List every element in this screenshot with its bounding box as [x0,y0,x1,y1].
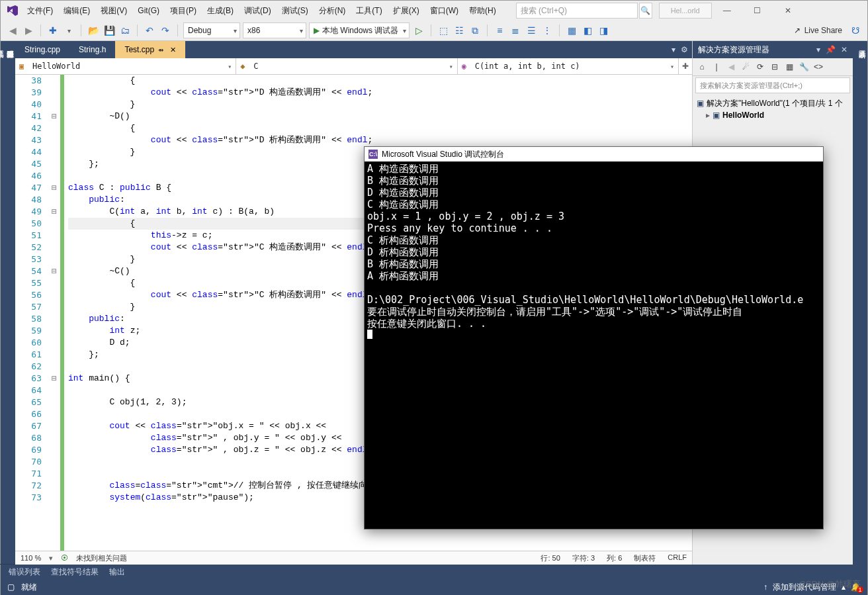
editor-tab[interactable]: Test.cpp⇴✕ [115,41,185,58]
menu-item[interactable]: 测试(S) [277,3,314,18]
tb-icon-a[interactable]: ⬚ [437,24,450,37]
caret-line: 行: 50 [541,553,560,563]
zoom-level[interactable]: 110 % [21,554,41,562]
maximize-button[interactable]: ☐ [742,1,773,21]
sol-sync-icon[interactable]: ☄ [740,62,751,71]
menu-item[interactable]: 项目(P) [165,3,202,18]
nav-class[interactable]: ◆C [236,58,457,74]
tb-icon-h[interactable]: ▦ [565,24,578,37]
bottom-tool-tabs: 错误列表 查找符号结果 输出 [1,565,867,579]
menu-item[interactable]: 窗口(W) [425,3,464,18]
start-debug-button[interactable]: ▶本地 Windows 调试器 [309,23,410,38]
tb-icon-b[interactable]: ☷ [453,24,466,37]
tab-error-list[interactable]: 错误列表 [9,567,40,578]
menu-item[interactable]: 扩展(X) [388,3,425,18]
nav-bar: ▣HelloWorld ◆C ◉C(int a, int b, int c) ✚ [15,58,692,75]
watermark: CSDN @韩曙亮 [799,578,861,590]
console-icon: C:\ [369,150,378,159]
start-nodebug-icon[interactable]: ▷ [412,24,425,37]
solution-project[interactable]: ▸▣HelloWorld [697,109,849,121]
solution-root[interactable]: ▣解决方案"HelloWorld"(1 个项目/共 1 个 [697,97,849,109]
check-icon: ⦿ [61,554,68,562]
tb-icon-d[interactable]: ≡ [493,24,506,37]
new-file-drop-icon[interactable]: ▾ [62,24,75,37]
vs-logo-icon [6,3,21,18]
scm-up-icon: ↑ [763,582,767,592]
solution-toolbar: ⌂| ◀ ☄ ⟳ ⊟ ▦ 🔧 <> [693,58,853,76]
project-icon: ▣ [713,111,720,120]
open-icon[interactable]: 📂 [87,24,100,37]
save-icon[interactable]: 💾 [103,24,116,37]
forward-icon[interactable]: ▶ [22,24,35,37]
editor-tab[interactable]: String.h [69,41,115,58]
side-server-explorer[interactable]: 服务器资源管理器 [5,41,15,565]
undo-icon[interactable]: ↶ [143,24,156,37]
indent-mode: 制表符 [634,553,656,563]
tb-icon-c[interactable]: ⧉ [468,24,482,37]
console-output: A 构造函数调用 B 构造函数调用 D 构造函数调用 C 构造函数调用 obj.… [365,161,823,343]
play-icon: ▶ [314,26,320,35]
live-share-icon: ↗ [794,26,801,35]
back-icon[interactable]: ◀ [6,24,19,37]
console-titlebar[interactable]: C:\ Microsoft Visual Studio 调试控制台 [365,147,823,161]
debug-console-window[interactable]: C:\ Microsoft Visual Studio 调试控制台 A 构造函数… [364,146,824,529]
nav-func[interactable]: ◉C(int a, int b, int c) [458,58,679,74]
feedback-icon[interactable]: ☋ [849,24,862,37]
left-side-tabs: 服务器资源管理器 工具箱 [1,41,15,565]
toolbar: ◀ ▶ ✚ ▾ 📂 💾 🗂 ↶ ↷ Debug x86 ▶本地 Windows … [1,21,867,41]
caret-col: 列: 6 [607,553,622,563]
new-file-icon[interactable]: ✚ [46,24,60,37]
sol-home-icon[interactable]: ⌂ [697,62,707,71]
panel-close-icon[interactable]: ✕ [841,45,847,54]
tab-overflow-icon[interactable]: ▾ [672,45,675,54]
tab-find-symbols[interactable]: 查找符号结果 [51,567,99,578]
solution-search[interactable]: 搜索解决方案资源管理器(Ctrl+;) [695,77,850,93]
redo-icon[interactable]: ↷ [159,24,172,37]
tab-output[interactable]: 输出 [109,567,125,578]
caret-char: 字符: 3 [572,553,595,563]
sol-props-icon[interactable]: 🔧 [799,62,809,71]
status-bar: ▢ 就绪 ↑ 添加到源代码管理▴ 🔔 [1,579,867,595]
sol-back-icon[interactable]: ◀ [726,62,736,71]
tab-settings-icon[interactable]: ⚙ [681,45,688,54]
save-all-icon[interactable]: 🗂 [118,24,132,37]
tb-icon-f[interactable]: ☰ [525,24,538,37]
menu-item[interactable]: 调试(D) [239,3,277,18]
side-toolbox[interactable]: 工具箱 [0,41,5,565]
menu-item[interactable]: 文件(F) [22,3,58,18]
minimize-button[interactable]: — [712,1,742,21]
nav-split-icon[interactable]: ✚ [679,58,692,74]
sol-collapse-icon[interactable]: ⊟ [769,62,780,71]
nav-scope[interactable]: ▣HelloWorld [15,58,236,74]
status-rect-icon: ▢ [7,582,15,592]
tb-icon-e[interactable]: ≣ [509,24,522,37]
right-side-tab[interactable]: 诊断工具 [853,41,867,565]
search-icon[interactable]: 🔍 [639,3,652,19]
panel-pin-icon[interactable]: 📌 [826,45,836,54]
config-select[interactable]: Debug [183,23,240,38]
menu-item[interactable]: 视图(V) [95,3,132,18]
issues-label: 未找到相关问题 [76,553,127,563]
status-ready: 就绪 [21,582,37,593]
menubar: 文件(F)编辑(E)视图(V)Git(G)项目(P)生成(B)调试(D)测试(S… [1,1,867,21]
sol-preview-icon[interactable]: <> [813,62,824,71]
menu-item[interactable]: Git(G) [132,3,165,18]
live-share-button[interactable]: ↗Live Share [790,26,846,35]
platform-select[interactable]: x86 [243,23,306,38]
menu-item[interactable]: 编辑(E) [58,3,95,18]
tb-icon-i[interactable]: ◧ [581,24,594,37]
editor-tab[interactable]: String.cpp [15,41,69,58]
close-button[interactable]: ✕ [773,1,803,21]
menu-item[interactable]: 工具(T) [351,3,387,18]
sol-showall-icon[interactable]: ▦ [784,62,795,71]
menu-item[interactable]: 生成(B) [202,3,239,18]
tb-icon-g[interactable]: ⋮ [541,24,554,37]
eol-mode: CRLF [668,553,687,563]
tb-icon-j[interactable]: ◨ [597,24,610,37]
search-input[interactable]: 搜索 (Ctrl+Q) [516,3,638,19]
sol-refresh-icon[interactable]: ⟳ [755,62,765,71]
menu-item[interactable]: 帮助(H) [464,3,501,18]
solution-icon: ▣ [697,99,704,108]
menu-item[interactable]: 分析(N) [314,3,351,18]
panel-dropdown-icon[interactable]: ▾ [816,45,820,54]
